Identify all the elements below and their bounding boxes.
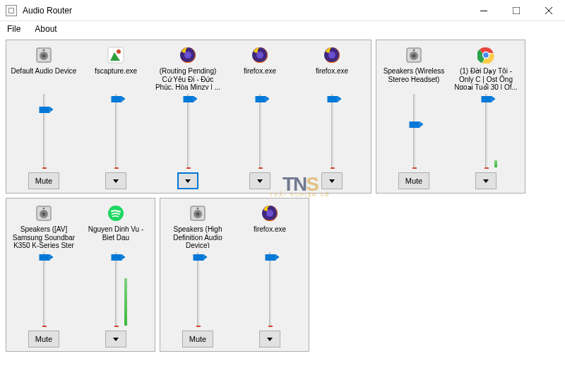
main-area: Default Audio DeviceMutefscapture.exe(Ro… (0, 37, 565, 357)
chrome-icon (477, 44, 494, 66)
route-dropdown-button[interactable] (259, 331, 280, 348)
audio-label: Default Audio Device (8, 66, 80, 90)
audio-label: firefox.exe (241, 66, 279, 90)
firefox-icon (261, 203, 278, 224)
route-dropdown-button[interactable] (105, 331, 126, 348)
volume-slider[interactable] (234, 248, 306, 330)
mute-button[interactable]: Mute (398, 172, 429, 189)
device-panel: Speakers (High Definition Audio Device)M… (160, 198, 309, 352)
audio-column-ff-3: firefox.exe (234, 201, 306, 348)
titlebar: Audio Router (0, 0, 565, 21)
route-dropdown-button[interactable] (105, 172, 126, 189)
firefox-icon (179, 44, 196, 66)
level-meter (124, 278, 127, 326)
audio-label: Nguyen Dinh Vu - Biet Dau (80, 224, 152, 248)
menubar: File About (0, 21, 565, 37)
window-close-button[interactable] (533, 0, 565, 20)
fscapture-icon (107, 44, 124, 66)
speaker-icon (35, 203, 52, 224)
button-row (105, 330, 126, 348)
window-minimize-button[interactable] (468, 0, 500, 20)
audio-column-speakers-hd: Speakers (High Definition Audio Device)M… (162, 201, 234, 348)
audio-column-chrome-doi-day: (1) Đời Dạy Tôi - Only C | Ost Ông Ngoại… (450, 43, 522, 190)
device-panel: Default Audio DeviceMutefscapture.exe(Ro… (6, 40, 371, 194)
menu-about[interactable]: About (32, 23, 59, 35)
window-title: Audio Router (23, 6, 468, 16)
audio-label: (Routing Pending) Cứ Yêu Đi - Đức Phúc, … (152, 66, 224, 90)
audio-label: fscapture.exe (92, 66, 140, 90)
audio-label: Speakers (Wireless Stereo Headset) (378, 66, 450, 90)
volume-thumb[interactable] (111, 96, 121, 102)
volume-slider[interactable] (8, 248, 80, 330)
route-dropdown-button[interactable] (475, 172, 496, 189)
audio-column-ff-1: firefox.exe (224, 43, 296, 190)
route-dropdown-button[interactable] (177, 172, 198, 189)
button-row (475, 172, 496, 190)
audio-column-default-audio: Default Audio DeviceMute (8, 43, 80, 190)
volume-slider[interactable] (80, 90, 152, 172)
route-dropdown-button[interactable] (249, 172, 270, 189)
audio-label: (1) Đời Dạy Tôi - Only C | Ost Ông Ngoại… (450, 66, 522, 90)
button-row: Mute (182, 330, 213, 348)
button-row (321, 172, 343, 190)
volume-slider[interactable] (8, 90, 80, 172)
volume-thumb[interactable] (39, 254, 49, 261)
mute-button[interactable]: Mute (182, 331, 213, 348)
firefox-icon (323, 44, 340, 66)
device-panel: Speakers ([AV] Samsung Soundbar K350 K-S… (6, 198, 155, 352)
volume-slider[interactable] (450, 90, 522, 172)
audio-label: firefox.exe (251, 224, 289, 248)
volume-slider[interactable] (296, 90, 368, 172)
audio-column-speakers-av: Speakers ([AV] Samsung Soundbar K350 K-S… (8, 201, 80, 348)
mute-button[interactable]: Mute (28, 172, 59, 189)
route-dropdown-button[interactable] (321, 172, 343, 189)
audio-label: Speakers ([AV] Samsung Soundbar K350 K-S… (8, 224, 80, 248)
volume-thumb[interactable] (193, 254, 203, 261)
button-row (259, 330, 280, 348)
button-row (105, 172, 126, 190)
button-row: Mute (28, 330, 59, 348)
button-row (249, 172, 270, 190)
app-icon (6, 5, 17, 16)
volume-thumb[interactable] (409, 121, 420, 128)
audio-column-spotify-nguyen: Nguyen Dinh Vu - Biet Dau (80, 201, 152, 348)
audio-column-ff-routing: (Routing Pending) Cứ Yêu Đi - Đức Phúc, … (152, 43, 224, 190)
speaker-icon (405, 44, 422, 66)
button-row (177, 172, 198, 190)
mute-button[interactable]: Mute (28, 331, 59, 348)
device-panel: Speakers (Wireless Stereo Headset)Mute(1… (376, 40, 525, 194)
spotify-icon (107, 203, 124, 224)
volume-slider[interactable] (152, 90, 224, 172)
volume-thumb[interactable] (183, 96, 194, 102)
audio-label: firefox.exe (313, 66, 351, 90)
level-meter (494, 160, 497, 167)
volume-thumb[interactable] (255, 96, 266, 102)
menu-file[interactable]: File (4, 23, 23, 35)
volume-slider[interactable] (162, 248, 234, 330)
button-row: Mute (398, 172, 429, 190)
firefox-icon (251, 44, 268, 66)
volume-thumb[interactable] (39, 107, 49, 113)
volume-slider[interactable] (224, 90, 296, 172)
volume-thumb[interactable] (111, 254, 121, 261)
volume-thumb[interactable] (265, 254, 275, 261)
volume-slider[interactable] (80, 248, 152, 330)
volume-thumb[interactable] (481, 96, 492, 102)
speaker-icon (189, 203, 206, 224)
audio-column-fscapture: fscapture.exe (80, 43, 152, 190)
window-maximize-button[interactable] (500, 0, 533, 20)
volume-slider[interactable] (378, 90, 450, 172)
volume-thumb[interactable] (327, 96, 338, 102)
audio-label: Speakers (High Definition Audio Device) (162, 224, 234, 248)
button-row: Mute (28, 172, 59, 190)
speaker-icon (35, 44, 52, 66)
audio-column-speakers-wireless: Speakers (Wireless Stereo Headset)Mute (378, 43, 450, 190)
audio-column-ff-2: firefox.exe (296, 43, 368, 190)
